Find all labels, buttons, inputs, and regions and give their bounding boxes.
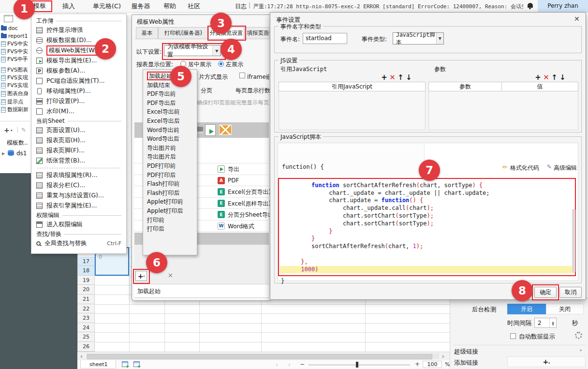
- row-header-20[interactable]: 20: [77, 285, 95, 295]
- row-header-24[interactable]: 24: [77, 323, 95, 333]
- add-grid-sheet-icon[interactable]: [122, 361, 128, 367]
- zoom-value[interactable]: 100: [423, 361, 442, 368]
- advanced-edit-icon[interactable]: ✎: [547, 163, 552, 170]
- auto-tip-checkbox[interactable]: [510, 333, 516, 339]
- menu-item-水印[interactable]: 水印(M)...: [31, 106, 126, 117]
- params-table-body[interactable]: [428, 91, 578, 130]
- format-code-icon[interactable]: ✏: [502, 163, 508, 171]
- row-header-21[interactable]: 21: [77, 295, 95, 304]
- hscroll-track[interactable]: [86, 354, 439, 359]
- menu-item-重复与冻结设置[interactable]: 重复与冻结设置(G)...: [31, 191, 126, 201]
- submenu-item-导出图片前[interactable]: 导出图片前: [143, 144, 197, 153]
- row-header-22[interactable]: 22: [77, 304, 95, 314]
- add-link-button[interactable]: +▾: [507, 356, 586, 367]
- move-down-icon[interactable]: ↓: [559, 73, 567, 82]
- menu-item-PC端自适应属性[interactable]: PC端自适应属性(T)...: [31, 76, 126, 86]
- cancel-button[interactable]: 取消: [559, 287, 582, 298]
- submenu-item-PDF导出前[interactable]: PDF导出前: [143, 89, 197, 99]
- radio-left[interactable]: [218, 61, 224, 67]
- sheet-tab[interactable]: sheet1: [80, 360, 116, 369]
- hscroll-thumb[interactable]: [87, 354, 432, 359]
- row-header-25[interactable]: 25: [77, 332, 95, 342]
- tab-基本[interactable]: 基本: [136, 27, 158, 39]
- row-header-26[interactable]: 26: [77, 342, 95, 352]
- interval-input[interactable]: 2 ▲▼: [534, 318, 557, 328]
- zoom-slider-track[interactable]: [309, 364, 410, 366]
- notification-bell-icon[interactable]: [528, 3, 533, 8]
- submenu-item-Applet打印前[interactable]: Applet打印前: [143, 197, 197, 207]
- submenu-item-Applet打印后[interactable]: Applet打印后: [143, 207, 197, 216]
- detect-off-button[interactable]: 关闭: [546, 304, 584, 314]
- email-icon[interactable]: [219, 125, 232, 135]
- code-lines[interactable]: () function sortChartAfterRefresh(chart,…: [280, 180, 574, 274]
- user-account[interactable]: Perry zhan: [538, 0, 588, 12]
- menu-item-进入权限编辑[interactable]: 进入权限编辑: [31, 220, 126, 230]
- menu-item-移动端属性[interactable]: 移动端属性(P)...: [31, 86, 126, 96]
- remove-event-icon[interactable]: ✕: [168, 272, 173, 279]
- move-down-icon[interactable]: ↓: [405, 73, 413, 82]
- zoom-slider-thumb[interactable]: [356, 362, 358, 368]
- zoom-in-icon[interactable]: +: [415, 361, 420, 368]
- menu-插入[interactable]: 插入: [58, 0, 79, 12]
- iframe-checkbox[interactable]: [239, 73, 245, 78]
- format-code-link[interactable]: 格式化代码: [510, 164, 539, 172]
- row-header-19[interactable]: 19: [77, 276, 95, 285]
- advanced-edit-link[interactable]: 高级编辑: [554, 164, 577, 172]
- interval-spinner[interactable]: ▲▼: [549, 318, 556, 327]
- menu-帮助[interactable]: 帮助: [160, 0, 180, 12]
- menu-item-控件显示增强[interactable]: 控件显示增强: [31, 25, 126, 35]
- close-icon[interactable]: ✕: [574, 15, 580, 23]
- row-header-18[interactable]: 18: [77, 266, 95, 276]
- submenu-item-Excel导出前[interactable]: Excel导出前: [143, 107, 197, 117]
- submenu-item-打印后[interactable]: 打印后: [143, 224, 197, 234]
- export-icon[interactable]: [205, 124, 216, 136]
- delete-icon[interactable]: ✕: [542, 73, 550, 82]
- event-list-item[interactable]: 加载起始: [137, 287, 161, 295]
- submenu-item-Flash打印后[interactable]: Flash打印后: [143, 189, 197, 198]
- sheet-prev-icon[interactable]: ‹: [276, 361, 278, 368]
- submenu-item-Excel导出后[interactable]: Excel导出后: [143, 117, 197, 126]
- menu-item-页面设置[interactable]: 页面设置(U)...: [31, 125, 126, 135]
- event-name-input[interactable]: startload: [303, 33, 347, 44]
- log-label[interactable]: 日志: [235, 2, 247, 11]
- menu-item-报表填报属性[interactable]: 报表填报属性(R)...: [31, 170, 126, 180]
- submenu-item-PDF打印前[interactable]: PDF打印前: [143, 162, 197, 171]
- event-type-select[interactable]: JavaScript脚本 ▾: [393, 32, 444, 44]
- submenu-item-Flash打印前[interactable]: Flash打印前: [143, 179, 197, 189]
- tab-打印机(服务器)[interactable]: 打印机(服务器): [158, 27, 208, 39]
- menu-item-打印设置[interactable]: 打印设置(P)...: [31, 96, 126, 106]
- sheet-next-icon[interactable]: ›: [288, 361, 291, 368]
- submenu-item-导出图片后[interactable]: 导出图片后: [143, 152, 197, 162]
- zoom-out-icon[interactable]: −: [300, 361, 305, 368]
- gear-icon[interactable]: [575, 332, 582, 339]
- menu-item-报表引擎属性[interactable]: 报表引擎属性(E)...: [31, 201, 126, 211]
- row-header-17[interactable]: 17: [77, 257, 95, 266]
- submenu-item-打印前[interactable]: 打印前: [143, 216, 197, 225]
- ref-js-table-body[interactable]: [279, 91, 426, 130]
- menu-单元格(C)[interactable]: 单元格(C): [89, 0, 125, 12]
- menu-item-报表分栏[interactable]: 报表分栏(C)...: [31, 180, 126, 191]
- menu-item-纸张背景[interactable]: 纸张背景(B)...: [31, 156, 126, 166]
- submenu-item-Word导出后[interactable]: Word导出后: [143, 134, 197, 144]
- row-header-23[interactable]: 23: [77, 313, 95, 323]
- menu-社区[interactable]: 社区: [184, 0, 204, 12]
- scroll-left-icon[interactable]: ‹: [80, 353, 83, 360]
- move-up-icon[interactable]: ↑: [550, 73, 559, 82]
- delete-icon[interactable]: ✕: [388, 73, 397, 82]
- code-scrollbar[interactable]: [572, 209, 575, 273]
- move-up-icon[interactable]: ↑: [397, 73, 405, 82]
- add-report-sheet-icon[interactable]: [133, 361, 140, 367]
- hyperlink-section-label[interactable]: 超级链接: [454, 348, 478, 356]
- menu-item-全局查找与替换[interactable]: 全局查找与替换Ctrl-F: [31, 238, 126, 249]
- menu-item-报表页眉[interactable]: 报表页眉(H)...: [31, 135, 126, 146]
- hyperlink-collapse-icon[interactable]: ▾: [580, 348, 582, 353]
- detect-on-button[interactable]: 开启: [507, 304, 546, 314]
- horizontal-scrollbar[interactable]: ‹ ›: [77, 352, 450, 360]
- submenu-item-Word导出前[interactable]: Word导出前: [143, 126, 197, 135]
- add-icon[interactable]: +: [534, 73, 542, 82]
- submenu-item-PDF导出后[interactable]: PDF导出后: [143, 99, 197, 108]
- menu-item-模板参数[interactable]: P模板参数(A)...: [31, 66, 126, 76]
- add-icon[interactable]: +: [380, 73, 388, 82]
- menu-item-报表页脚[interactable]: 报表页脚(F)...: [31, 146, 126, 156]
- menu-服务器[interactable]: 服务器: [128, 0, 154, 12]
